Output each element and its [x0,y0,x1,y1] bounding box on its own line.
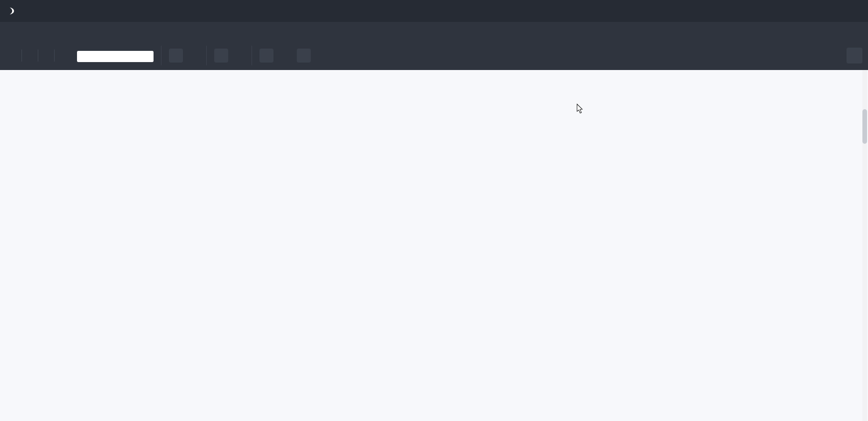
crescent-icon [8,7,14,14]
service-icon-box [169,49,183,63]
current-endpoint-select[interactable] [214,49,244,63]
mouse-cursor [576,104,585,115]
logo[interactable] [7,7,63,15]
current-instance-select[interactable] [259,49,289,63]
toolbar [0,41,868,70]
dashboard-tabs [0,22,868,41]
toolbar-divider [161,46,161,65]
info-button[interactable] [297,49,311,63]
export-template-button[interactable] [38,49,54,63]
toolbar-divider [252,46,252,65]
instance-icon-box [259,49,273,63]
scrollbar-thumb[interactable] [862,109,867,144]
view-tabs-row [0,70,868,79]
service-group-input[interactable] [77,51,154,62]
reload-templates-button[interactable] [55,49,70,63]
app-root [0,0,868,421]
toolbar-divider [206,46,207,65]
current-service-select[interactable] [169,49,199,63]
service-group-field [77,49,154,62]
page-scrollbar[interactable] [862,70,867,421]
topbar [0,0,868,22]
import-template-button[interactable] [22,49,38,63]
lock-template-button[interactable] [6,49,21,63]
panel-toggle-button[interactable] [847,48,862,63]
endpoint-icon-box [214,49,228,63]
